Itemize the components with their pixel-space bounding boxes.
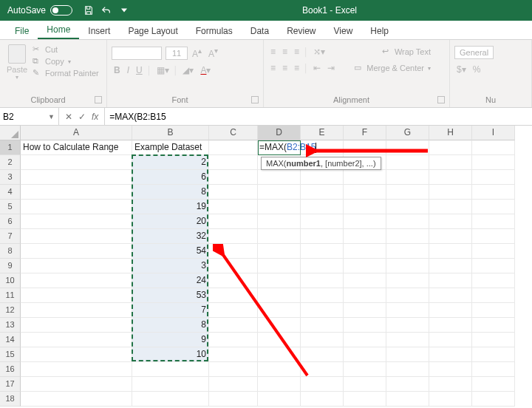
cell-I1[interactable] <box>472 140 515 155</box>
row-header-9[interactable]: 9 <box>0 259 21 273</box>
column-header-G[interactable]: G <box>386 126 429 140</box>
cell-F6[interactable] <box>344 214 386 229</box>
cell-E6[interactable] <box>301 214 344 229</box>
cell-B9[interactable]: 3 <box>132 259 209 273</box>
cut-button[interactable]: ✂Cut <box>33 44 99 55</box>
cell-C3[interactable] <box>209 170 258 185</box>
align-center-button[interactable]: ≡ <box>280 62 290 74</box>
row-header-13[interactable]: 13 <box>0 318 21 333</box>
row-header-6[interactable]: 6 <box>0 214 21 229</box>
fx-icon[interactable]: fx <box>92 112 98 122</box>
cell-I13[interactable] <box>472 318 515 333</box>
name-box-input[interactable] <box>3 112 40 122</box>
cell-B6[interactable]: 20 <box>132 214 209 229</box>
cell-E3[interactable] <box>301 170 344 185</box>
column-header-B[interactable]: B <box>132 126 209 140</box>
cell-G1[interactable] <box>386 140 429 155</box>
qat-dropdown-icon[interactable] <box>118 4 130 16</box>
cell-E4[interactable] <box>301 185 344 200</box>
cell-G12[interactable] <box>386 303 429 318</box>
cell-H5[interactable] <box>429 200 472 214</box>
currency-button[interactable]: $▾ <box>454 64 468 75</box>
number-format-select[interactable]: General <box>454 46 494 59</box>
cancel-icon[interactable]: ✕ <box>65 112 72 122</box>
tab-formulas[interactable]: Formulas <box>187 22 242 39</box>
cell-H15[interactable] <box>429 347 472 362</box>
cell-C1[interactable] <box>209 140 258 155</box>
cell-C8[interactable] <box>209 244 258 259</box>
cell-C10[interactable] <box>209 273 258 288</box>
row-header-2[interactable]: 2 <box>0 155 21 170</box>
cell-C18[interactable] <box>209 392 258 407</box>
align-top-button[interactable]: ≡ <box>268 46 278 58</box>
cell-A13[interactable] <box>21 318 132 333</box>
tab-data[interactable]: Data <box>242 22 278 39</box>
cell-B13[interactable]: 8 <box>132 318 209 333</box>
cell-I16[interactable] <box>472 362 515 377</box>
column-header-C[interactable]: C <box>209 126 258 140</box>
cell-B3[interactable]: 6 <box>132 170 209 185</box>
cell-B12[interactable]: 7 <box>132 303 209 318</box>
cell-F14[interactable] <box>344 333 386 347</box>
cell-D13[interactable] <box>258 318 301 333</box>
cell-A14[interactable] <box>21 333 132 347</box>
cell-I6[interactable] <box>472 214 515 229</box>
cell-G9[interactable] <box>386 259 429 273</box>
cell-C16[interactable] <box>209 362 258 377</box>
cell-D12[interactable] <box>258 303 301 318</box>
cell-A6[interactable] <box>21 214 132 229</box>
cell-E15[interactable] <box>301 347 344 362</box>
cell-D3[interactable] <box>258 170 301 185</box>
cell-D4[interactable] <box>258 185 301 200</box>
cell-D1[interactable]: =MAX(B2:B15 <box>258 140 301 155</box>
cell-G13[interactable] <box>386 318 429 333</box>
cell-A1[interactable]: How to Calculate Range <box>21 140 132 155</box>
cell-C9[interactable] <box>209 259 258 273</box>
cell-E12[interactable] <box>301 303 344 318</box>
cell-E13[interactable] <box>301 318 344 333</box>
underline-button[interactable]: U <box>134 64 145 76</box>
tab-review[interactable]: Review <box>278 22 324 39</box>
cell-C17[interactable] <box>209 377 258 392</box>
cell-F16[interactable] <box>344 362 386 377</box>
cell-D14[interactable] <box>258 333 301 347</box>
enter-icon[interactable]: ✓ <box>78 112 86 122</box>
cell-B8[interactable]: 54 <box>132 244 209 259</box>
cell-G14[interactable] <box>386 333 429 347</box>
cell-A15[interactable] <box>21 347 132 362</box>
column-header-D[interactable]: D <box>258 126 301 140</box>
save-icon[interactable] <box>83 4 95 16</box>
cell-G15[interactable] <box>386 347 429 362</box>
cell-H18[interactable] <box>429 392 472 407</box>
cell-F4[interactable] <box>344 185 386 200</box>
border-button[interactable]: ▦▾ <box>154 64 171 76</box>
tab-view[interactable]: View <box>325 22 362 39</box>
cell-A11[interactable] <box>21 288 132 303</box>
cell-H16[interactable] <box>429 362 472 377</box>
cell-D6[interactable] <box>258 214 301 229</box>
cell-C15[interactable] <box>209 347 258 362</box>
cell-H17[interactable] <box>429 377 472 392</box>
cell-I18[interactable] <box>472 392 515 407</box>
cell-A10[interactable] <box>21 273 132 288</box>
font-launcher-icon[interactable] <box>251 96 259 103</box>
cell-C13[interactable] <box>209 318 258 333</box>
cell-A5[interactable] <box>21 200 132 214</box>
cell-G18[interactable] <box>386 392 429 407</box>
cell-G8[interactable] <box>386 244 429 259</box>
cell-G3[interactable] <box>386 170 429 185</box>
font-size-select[interactable]: 11 <box>166 47 188 60</box>
row-header-18[interactable]: 18 <box>0 392 21 407</box>
cell-F5[interactable] <box>344 200 386 214</box>
fill-color-button[interactable]: ◢▾ <box>180 64 196 76</box>
row-header-15[interactable]: 15 <box>0 347 21 362</box>
cell-H1[interactable] <box>429 140 472 155</box>
bold-button[interactable]: B <box>112 64 123 76</box>
cell-G6[interactable] <box>386 214 429 229</box>
row-header-3[interactable]: 3 <box>0 170 21 185</box>
cell-H8[interactable] <box>429 244 472 259</box>
cell-D15[interactable] <box>258 347 301 362</box>
cell-B1[interactable]: Example Dataset <box>132 140 209 155</box>
merge-center-button[interactable]: ▭Merge & Center▾ <box>354 63 431 73</box>
row-header-12[interactable]: 12 <box>0 303 21 318</box>
